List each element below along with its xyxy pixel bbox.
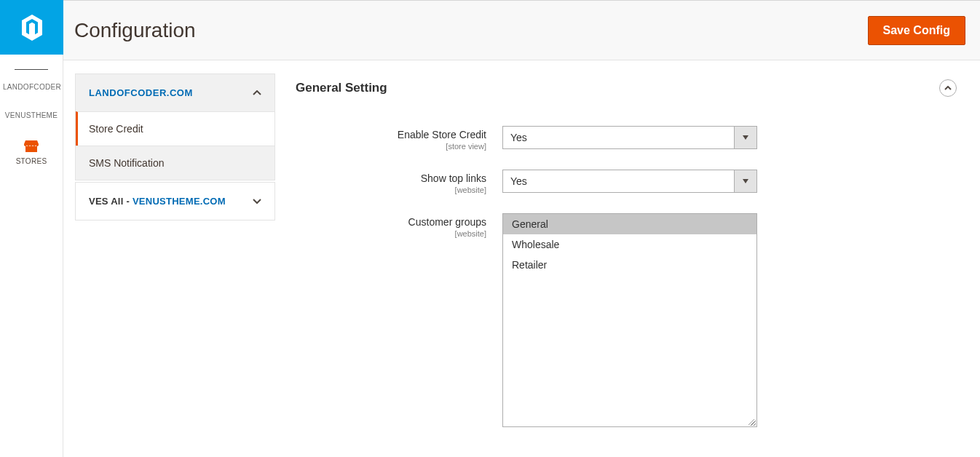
customer-groups-multiselect[interactable]: General Wholesale Retailer xyxy=(502,213,757,427)
show-top-links-select[interactable] xyxy=(502,170,757,193)
field-label: Show top links [website] xyxy=(296,170,502,194)
main-content: Configuration Save Config LANDOFCODER.CO… xyxy=(63,0,980,457)
select-value[interactable] xyxy=(502,126,734,149)
magento-logo-icon xyxy=(20,13,44,42)
admin-sidebar: LANDOFCODER VENUSTHEME STORES xyxy=(0,0,63,457)
chevron-down-icon xyxy=(253,196,261,207)
sidebar-item-landofcoder[interactable]: LANDOFCODER xyxy=(0,70,63,98)
tab-group-title: VES All - VENUSTHEME.COM xyxy=(89,196,226,207)
svg-marker-2 xyxy=(743,179,748,183)
caret-down-icon xyxy=(743,135,748,140)
config-tabs: LANDOFCODER.COM Store Credit SMS Notific… xyxy=(75,73,275,446)
multiselect-option[interactable]: Retailer xyxy=(503,255,756,275)
section-header[interactable]: General Setting xyxy=(296,73,957,126)
field-enable-store-credit: Enable Store Credit [store view] xyxy=(296,126,957,151)
enable-store-credit-select[interactable] xyxy=(502,126,757,149)
field-label: Enable Store Credit [store view] xyxy=(296,126,502,151)
stores-icon xyxy=(3,140,60,153)
dropdown-handle[interactable] xyxy=(734,126,757,149)
tab-group-landofcoder: LANDOFCODER.COM Store Credit SMS Notific… xyxy=(75,73,275,180)
caret-down-icon xyxy=(743,179,748,183)
page-header: Configuration Save Config xyxy=(63,1,980,60)
section-title: General Setting xyxy=(296,81,939,95)
chevron-up-icon xyxy=(253,87,261,98)
tab-store-credit[interactable]: Store Credit xyxy=(76,111,274,146)
tab-label: SMS Notification xyxy=(89,157,164,169)
resize-handle-icon[interactable] xyxy=(746,416,755,425)
settings-form: General Setting Enable Store Credit [sto… xyxy=(296,73,968,446)
field-label: Customer groups [website] xyxy=(296,213,502,427)
field-show-top-links: Show top links [website] xyxy=(296,170,957,194)
sidebar-item-label: LANDOFCODER xyxy=(3,83,61,91)
dropdown-handle[interactable] xyxy=(734,170,757,193)
tab-group-header[interactable]: LANDOFCODER.COM xyxy=(76,74,274,111)
tab-group-title: LANDOFCODER.COM xyxy=(89,87,193,98)
magento-logo[interactable] xyxy=(0,0,63,55)
tab-sms-notification[interactable]: SMS Notification xyxy=(76,146,274,180)
select-value[interactable] xyxy=(502,170,734,193)
sidebar-item-label: STORES xyxy=(16,157,47,165)
tab-label: Store Credit xyxy=(89,123,143,135)
svg-rect-0 xyxy=(25,146,37,152)
collapse-toggle[interactable] xyxy=(939,79,957,97)
tab-group-vesall: VES All - VENUSTHEME.COM xyxy=(75,182,275,220)
sidebar-item-venustheme[interactable]: VENUSTHEME xyxy=(0,98,63,127)
multiselect-option[interactable]: General xyxy=(503,214,756,234)
multiselect-option[interactable]: Wholesale xyxy=(503,234,756,255)
sidebar-item-stores[interactable]: STORES xyxy=(0,127,63,172)
save-config-button[interactable]: Save Config xyxy=(868,16,965,45)
page-title: Configuration xyxy=(74,19,868,42)
sidebar-item-label: VENUSTHEME xyxy=(5,111,58,119)
svg-marker-1 xyxy=(743,135,748,140)
field-customer-groups: Customer groups [website] General Wholes… xyxy=(296,213,957,427)
tab-group-header[interactable]: VES All - VENUSTHEME.COM xyxy=(76,183,274,220)
chevron-up-icon xyxy=(944,86,952,90)
